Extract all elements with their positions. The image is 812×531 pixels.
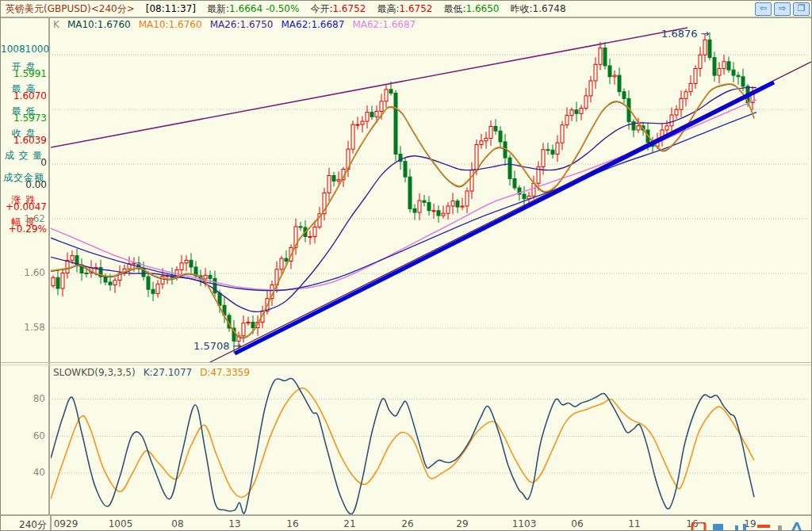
k-column-label: K — [53, 19, 59, 30]
time-tick: 08 — [171, 518, 183, 529]
ma-value-label: MA26:1.6750 — [210, 19, 274, 30]
sidebar-row-value: 0 — [1, 157, 47, 168]
time-tick: 11 — [628, 518, 640, 529]
indicator-k-value: K:27.1077 — [144, 367, 193, 378]
sidebar-row-value: 1.5973 — [1, 113, 47, 124]
quote-field-value: 1.6752 — [399, 3, 432, 14]
time-tick: 13 — [228, 518, 240, 529]
price-axis-label: 1.60 — [1, 267, 45, 278]
time-tick: 21 — [343, 518, 355, 529]
sidebar-row-value: 1.6039 — [1, 135, 47, 146]
quote-field-value: 1.6664 -0.50% — [229, 3, 299, 14]
sidebar-row-value: +0.29% — [1, 223, 47, 235]
watermark-glyphs — [691, 522, 810, 531]
time-tick: 29 — [456, 518, 468, 529]
time-tick: 0929 — [54, 518, 79, 529]
time-tick: 16 — [286, 518, 298, 529]
sidebar-row-value: 1.6070 — [1, 90, 47, 101]
time-tick: 06 — [571, 518, 583, 529]
time-tick: 1005 — [109, 518, 133, 529]
top-info-bar: 英镑美元(GBPUSD)<240分> [08:11:37] 最新:1.6664 … — [1, 1, 812, 18]
quote-field-label: 最低:1.6650 — [443, 2, 499, 16]
ma-label-row: KMA10:1.6760MA10:1.6760MA26:1.6750MA62:1… — [53, 19, 416, 30]
indicator-d-value: D:47.3359 — [200, 367, 250, 378]
panel-divider — [1, 362, 812, 363]
quote-time: [08:11:37] — [146, 3, 196, 14]
ma-value-label: MA62:1.6687 — [352, 19, 416, 30]
indicator-axis-label: 40 — [1, 467, 45, 478]
quote-fields: 最新:1.6664 -0.50%今开:1.6752最高:1.6752最低:1.6… — [196, 2, 566, 16]
quote-field-label: 最高:1.6752 — [377, 2, 432, 16]
candlestick-chart[interactable] — [51, 18, 811, 362]
price-annotation: 1.6876 → — [661, 28, 710, 40]
time-tick: 1103 — [512, 518, 537, 529]
forward-button[interactable]: ⇨ — [774, 2, 791, 16]
price-axis-label: 1.62 — [1, 213, 45, 224]
back-button[interactable]: ⇦ — [755, 2, 772, 16]
sidebar-row-value: 0.00 — [1, 179, 47, 190]
price-annotation: 1.5708 → — [193, 340, 242, 352]
restore-button[interactable]: ❐ — [793, 2, 810, 16]
slowkd-indicator-chart[interactable] — [51, 365, 811, 514]
sidebar-row-value: 1.5991 — [1, 68, 47, 79]
price-axis-label: 1.58 — [1, 322, 45, 333]
period-label: 240分 — [1, 518, 47, 531]
time-tick: 26 — [401, 518, 413, 529]
quote-field-value: 1.6752 — [332, 3, 366, 14]
indicator-axis-label: 60 — [1, 430, 45, 441]
contract-code: 10081000 — [1, 44, 47, 55]
trading-app-window: 英镑美元(GBPUSD)<240分> [08:11:37] 最新:1.6664 … — [0, 0, 812, 531]
quote-field-value: 1.6748 — [533, 3, 566, 14]
quote-field-value: 1.6650 — [466, 3, 500, 14]
ma-value-label: MA10:1.6760 — [139, 19, 202, 30]
watermark-logo — [691, 522, 810, 531]
sidebar-row-value: +0.0047 — [1, 201, 47, 212]
indicator-axis-label: 80 — [1, 393, 45, 404]
quote-field-label: 昨收:1.6748 — [511, 2, 566, 16]
indicator-name: SLOWKD(9,3,3,5) — [53, 367, 136, 378]
instrument-title: 英镑美元(GBPUSD)<240分> — [6, 2, 135, 16]
quote-sidebar: 10081000 开 盘1.5991最 高1.6070最 低1.5973收 盘1… — [1, 17, 50, 514]
quote-field-label: 今开:1.6752 — [310, 2, 366, 16]
ma-value-label: MA10:1.6760 — [67, 19, 131, 30]
indicator-label-row: SLOWKD(9,3,3,5) K:27.1077 D:47.3359 — [53, 367, 250, 378]
ma-value-label: MA62:1.6687 — [282, 19, 345, 30]
quote-field-label: 最新:1.6664 -0.50% — [207, 2, 299, 16]
window-buttons: ⇦⇨❐ — [755, 2, 810, 16]
axis-separator — [50, 516, 52, 531]
